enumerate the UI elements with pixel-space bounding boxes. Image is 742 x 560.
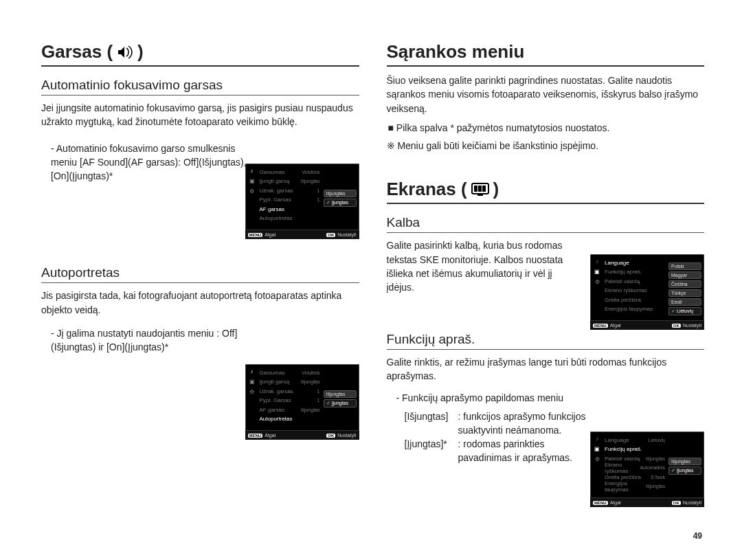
- lcd-tabs: ♪▣⚙: [593, 258, 601, 319]
- lcd-tab-icon: ▣: [249, 178, 255, 184]
- lcd-af-sound: ♪▣⚙ GarsumasVidutinisĮjungti garsąIšjung…: [245, 164, 359, 239]
- lcd-menu-item: Paleisti vaizdą: [603, 277, 666, 285]
- lcd-tab-icon: ♪: [251, 368, 254, 374]
- lcd-tab-icon: ⚙: [595, 279, 600, 285]
- lcd-menu-item: Įjungti garsąIšjungtas: [258, 177, 322, 186]
- left-column: Garsas ( ) Automatinio fokusavimo garsas…: [41, 41, 359, 465]
- svg-rect-3: [482, 186, 486, 192]
- title-text: Garsas (: [41, 41, 113, 63]
- title-text: Ekranas (: [387, 179, 467, 200]
- lcd-menu-item: GarsumasVidutinis: [258, 368, 322, 377]
- lcd-menu-btn: MENU: [593, 324, 608, 328]
- lcd-menu-item: Energijos taupymasIšjungtas: [603, 482, 666, 491]
- lcd-option: Eesti: [668, 298, 701, 306]
- lcd-menu-item: Funkcijų apraš.: [603, 268, 666, 276]
- lcd-option: Polski: [668, 262, 701, 270]
- lcd-autoportretas: ♪▣⚙ GarsumasVidutinisĮjungti garsąIšjung…: [245, 364, 359, 440]
- lcd-footer: MENU Atgal OK Nustatyti: [245, 229, 359, 239]
- lcd-option: Išjungtas: [668, 458, 701, 465]
- lcd-tab-icon: ♪: [596, 258, 598, 265]
- sub-heading-kalba: Kalba: [387, 215, 705, 233]
- lcd-menu-item: GarsumasVidutinis: [258, 168, 322, 176]
- lcd-option-column: PolskiMagyarČeštinaTürkçeEestiLietuvių: [668, 258, 701, 319]
- lcd-menu-item: Pypt. Garsas1: [258, 196, 322, 204]
- lcd-menu-item: Pypt. Garsas1: [258, 396, 322, 405]
- menu-change-note: ※ Meniu gali būti keičiami be išankstini…: [387, 139, 705, 153]
- lcd-option: Čeština: [668, 280, 701, 288]
- lcd-ok-btn: OK: [672, 324, 681, 328]
- lcd-option: Išjungtas: [324, 390, 357, 398]
- lcd-tab-icon: ▣: [249, 379, 255, 385]
- lcd-tabs: ♪▣⚙: [248, 368, 256, 429]
- lcd-menu-item: Greita peržiūra: [603, 295, 666, 304]
- speaker-icon: [117, 45, 133, 60]
- lcd-tab-icon: ⚙: [595, 456, 600, 462]
- sub-heading-autoportretas: Autoportretas: [41, 265, 359, 283]
- lcd-list: GarsumasVidutinisĮjungti garsąIšjungtasU…: [258, 368, 322, 429]
- lcd-menu-btn: MENU: [248, 233, 263, 237]
- option-on-label: [Įjungtas]*: [405, 437, 458, 465]
- autoportretas-paragraph: Jis pasigirsta tada, kai fotografuojant …: [41, 289, 359, 317]
- lcd-tabs: ♪▣⚙: [593, 436, 601, 496]
- manual-page: Garsas ( ) Automatinio fokusavimo garsas…: [0, 0, 742, 560]
- title-close: ): [493, 179, 499, 200]
- lcd-list: LanguageLietuviųFunkcijų apraš.Paleisti …: [603, 436, 666, 496]
- lcd-option: Magyar: [668, 271, 701, 279]
- lcd-funkciju: ♪▣⚙ LanguageLietuviųFunkcijų apraš.Palei…: [590, 432, 704, 507]
- lcd-menu-item: AF garsas: [258, 205, 322, 213]
- lcd-tab-icon: ⚙: [249, 389, 254, 395]
- lcd-set-label: Nustatyti: [337, 232, 356, 237]
- section-title-ekranas: Ekranas ( ): [387, 179, 705, 204]
- two-columns: Garsas ( ) Automatinio fokusavimo garsas…: [41, 41, 704, 465]
- section-title-sarankos: Sąrankos meniu: [387, 41, 705, 67]
- option-on-desc: : rodomas parinkties pavadinimas ir apra…: [458, 437, 600, 465]
- lcd-tab-icon: ▣: [594, 269, 600, 275]
- monitor-icon: [471, 183, 489, 197]
- lcd-set-label: Nustatyti: [683, 323, 701, 328]
- lcd-footer: MENU Atgal OK Nustatyti: [590, 497, 704, 507]
- lcd-menu-item: Užrak. garsas1: [258, 387, 322, 395]
- lcd-menu-item: AF garsasIšjungtas: [258, 405, 322, 414]
- lcd-set-label: Nustatyti: [683, 500, 701, 505]
- funkciju-submenu-title: - Funkcijų aprašymo papildomas meniu: [387, 391, 705, 405]
- default-note: ■ Pilka spalva * pažymėtos numatytosios …: [387, 121, 705, 135]
- svg-rect-1: [474, 186, 477, 192]
- lcd-list: GarsumasVidutinisĮjungti garsąIšjungtasU…: [258, 168, 322, 228]
- lcd-option: Lietuvių: [668, 307, 701, 315]
- lcd-option-column: IšjungtasĮjungtas: [668, 436, 701, 496]
- lcd-option: Įjungtas: [324, 199, 357, 207]
- page-number: 49: [693, 531, 702, 541]
- section-title-garsas: Garsas ( ): [41, 41, 359, 67]
- lcd-back-label: Atgal: [265, 433, 276, 438]
- lcd-list: LanguageFunkcijų apraš.Paleisti vaizdąEk…: [603, 258, 666, 319]
- lcd-option-column: IšjungtasĮjungtas: [324, 168, 357, 228]
- title-close: ): [137, 41, 144, 63]
- lcd-option: Išjungtas: [324, 190, 357, 197]
- lcd-menu-item: Autoportretas: [258, 415, 322, 423]
- sub-heading-funkciju: Funkcijų apraš.: [387, 332, 705, 350]
- lcd-footer: MENU Atgal OK Nustatyti: [590, 320, 704, 330]
- af-sound-paragraph: Jei įjungsite automatinio fokusavimo gar…: [41, 101, 359, 129]
- lcd-tab-icon: ♪: [251, 168, 254, 174]
- lcd-menu-item: LanguageLietuvių: [603, 436, 666, 444]
- sarankos-paragraph: Šiuo veiksena galite parinkti pagrindine…: [387, 74, 705, 115]
- svg-rect-2: [478, 186, 482, 192]
- lcd-tab-icon: ♪: [596, 436, 598, 442]
- lcd-option: Įjungtas: [668, 467, 701, 475]
- funkciju-options: [Išjungtas] : funkcijos aprašymo funkcij…: [387, 410, 600, 465]
- svg-rect-4: [477, 194, 483, 196]
- lcd-tab-icon: ⚙: [249, 188, 254, 194]
- lcd-tabs: ♪▣⚙: [248, 168, 256, 228]
- lcd-set-label: Nustatyti: [337, 433, 356, 438]
- lcd-ok-btn: OK: [326, 233, 335, 237]
- funkciju-paragraph: Galite rinktis, ar režimu įrašymas lange…: [387, 355, 705, 383]
- lcd-menu-btn: MENU: [248, 434, 263, 438]
- lcd-tab-icon: ▣: [594, 446, 600, 452]
- option-off-label: [Išjungtas]: [405, 410, 458, 438]
- lcd-menu-item: Language: [603, 258, 666, 267]
- lcd-menu-item: Įjungti garsąIšjungtas: [258, 378, 322, 386]
- lcd-ok-btn: OK: [672, 501, 681, 505]
- lcd-menu-item: Ekrano ryškumas: [603, 287, 666, 295]
- lcd-option: Įjungtas: [324, 399, 357, 407]
- lcd-menu-btn: MENU: [593, 501, 608, 505]
